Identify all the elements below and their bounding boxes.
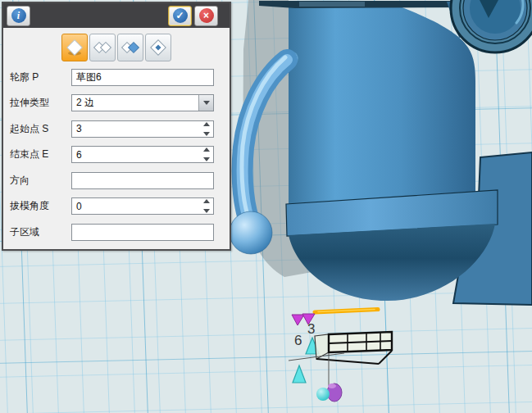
double-diamond-icon [93,38,112,57]
info-button[interactable]: i [7,6,30,26]
extrude-type-label: 拉伸类型 [10,96,71,110]
direction-row: 方向 [3,171,230,189]
start-point-label: 起始点 S [10,122,71,136]
end-point-label: 结束点 E [10,148,71,161]
single-diamond-icon [65,38,84,57]
start-point-input[interactable] [71,120,214,138]
info-icon: i [11,8,26,23]
direction-input[interactable] [71,172,214,189]
dropdown-arrow-button[interactable] [198,95,213,111]
spin-down-icon[interactable] [203,132,210,136]
chevron-down-icon [203,101,210,105]
draft-angle-row: 拔模角度 [3,197,230,216]
end-point-input[interactable] [71,146,214,163]
draft-angle-input[interactable] [71,197,214,215]
end-point-row: 结束点 E [3,146,230,164]
start-arrow-icon[interactable] [292,315,304,325]
model-top-rim-highlight [299,2,365,7]
dialog-titlebar[interactable]: i ✓ × [3,3,230,28]
datum-widget[interactable] [316,384,342,402]
spin-up-icon[interactable] [203,148,210,152]
close-button[interactable]: × [194,6,218,26]
sketch-overlay: 3 6 [289,310,392,402]
extrude-type-value: 2 边 [76,96,94,110]
spin-up-icon[interactable] [203,122,210,126]
extrude-type-select[interactable]: 2 边 [71,94,214,111]
check-icon: ✓ [173,8,188,23]
model-top-rim [259,1,478,8]
spin-down-icon[interactable] [203,157,210,161]
close-icon: × [199,8,214,23]
extrude-type-3-button[interactable] [117,34,143,61]
start-point-label: 3 [307,321,315,337]
extrude-type-1-button[interactable] [61,34,88,61]
spin-down-icon[interactable] [203,209,210,213]
extrude-type-toolbar [3,28,230,65]
subregion-label: 子区域 [10,225,71,239]
subregion-input[interactable] [71,224,214,241]
end-point-label: 6 [294,333,302,348]
handle-end-sphere[interactable] [230,211,272,254]
cad-viewport: 3 6 [0,0,532,413]
model-body[interactable] [289,4,475,205]
subregion-row: 子区域 [3,223,230,241]
profile-label: 轮廓 P [10,70,71,84]
extrude-form: 轮廓 P 拉伸类型 2 边 起始点 S [3,65,230,241]
extrude-type-row: 拉伸类型 2 边 [3,94,230,112]
profile-input[interactable] [71,69,214,86]
direction-label: 方向 [10,174,71,188]
extrude-type-2-button[interactable] [89,34,116,61]
profile-row: 轮廓 P [3,68,230,86]
start-point-row: 起始点 S [3,120,230,138]
direction-arrow-icon-2[interactable] [293,365,306,383]
spin-up-icon[interactable] [203,199,210,203]
extrude-type-4-button[interactable] [145,34,171,61]
extrude-dialog: i ✓ × [2,2,231,251]
diamond-blue-overlap-icon [120,38,140,57]
ok-button[interactable]: ✓ [168,6,192,26]
draft-angle-label: 拔模角度 [10,199,71,213]
diamond-blue-dot-icon [148,38,168,57]
extrude-preview-grate[interactable] [315,332,392,364]
